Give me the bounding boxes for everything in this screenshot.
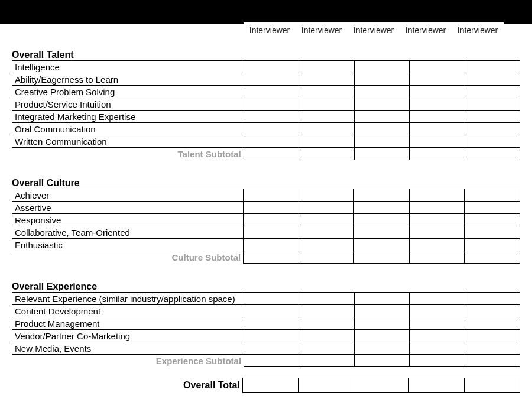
score-cell[interactable]: [354, 214, 410, 226]
total-cell: [409, 378, 465, 393]
score-cell[interactable]: [409, 226, 465, 239]
row-label: New Media, Events: [12, 342, 244, 355]
score-cell[interactable]: [354, 330, 409, 342]
subtotal-row: Talent Subtotal: [12, 148, 520, 160]
score-cell[interactable]: [465, 73, 520, 86]
score-cell[interactable]: [299, 202, 354, 214]
score-cell[interactable]: [299, 135, 354, 148]
score-cell[interactable]: [465, 123, 520, 135]
score-cell[interactable]: [465, 214, 520, 226]
score-cell[interactable]: [299, 86, 354, 98]
score-cell[interactable]: [354, 202, 410, 214]
score-cell[interactable]: [410, 98, 465, 111]
score-cell[interactable]: [465, 61, 520, 73]
score-cell[interactable]: [299, 123, 354, 135]
score-cell[interactable]: [354, 239, 410, 251]
score-cell[interactable]: [410, 342, 465, 355]
row-label: Enthusiastic: [12, 239, 244, 251]
score-cell[interactable]: [465, 202, 520, 214]
table-row: Integrated Marketing Expertise: [12, 111, 520, 123]
subtotal-cell: [410, 355, 465, 367]
score-cell[interactable]: [410, 330, 465, 342]
score-cell[interactable]: [410, 111, 465, 123]
score-cell[interactable]: [299, 342, 354, 355]
score-cell[interactable]: [244, 214, 299, 226]
score-cell[interactable]: [465, 239, 520, 251]
subtotal-cell: [354, 251, 410, 264]
score-cell[interactable]: [244, 123, 299, 135]
score-cell[interactable]: [410, 135, 465, 148]
score-cell[interactable]: [299, 214, 354, 226]
score-cell[interactable]: [409, 214, 465, 226]
score-cell[interactable]: [244, 111, 299, 123]
score-cell[interactable]: [465, 330, 520, 342]
score-cell[interactable]: [354, 123, 409, 135]
score-cell[interactable]: [244, 317, 299, 330]
score-cell[interactable]: [465, 111, 520, 123]
score-cell[interactable]: [354, 98, 409, 111]
score-cell[interactable]: [244, 73, 299, 86]
score-cell[interactable]: [465, 135, 520, 148]
score-cell[interactable]: [354, 305, 409, 317]
score-cell[interactable]: [354, 86, 409, 98]
score-cell[interactable]: [299, 239, 354, 251]
score-cell[interactable]: [354, 317, 409, 330]
score-cell[interactable]: [354, 342, 409, 355]
score-cell[interactable]: [299, 330, 354, 342]
score-cell[interactable]: [244, 61, 299, 73]
score-cell[interactable]: [410, 86, 465, 98]
score-cell[interactable]: [299, 305, 354, 317]
score-cell[interactable]: [299, 226, 354, 239]
score-cell[interactable]: [410, 293, 465, 305]
score-cell[interactable]: [354, 226, 410, 239]
score-cell[interactable]: [244, 226, 299, 239]
score-cell[interactable]: [244, 202, 299, 214]
score-cell[interactable]: [465, 342, 520, 355]
row-label: Vendor/Partner Co-Marketing: [12, 330, 244, 342]
column-headers: Interviewer Interviewer Interviewer Inte…: [0, 22, 532, 38]
score-cell[interactable]: [465, 226, 520, 239]
score-cell[interactable]: [354, 189, 410, 202]
score-cell[interactable]: [465, 189, 520, 202]
score-cell[interactable]: [299, 61, 354, 73]
score-cell[interactable]: [299, 73, 354, 86]
score-cell[interactable]: [299, 189, 354, 202]
score-cell[interactable]: [409, 202, 465, 214]
score-cell[interactable]: [465, 98, 520, 111]
score-cell[interactable]: [410, 73, 465, 86]
score-cell[interactable]: [244, 342, 299, 355]
col-header-1: Interviewer: [244, 22, 296, 38]
top-black-bar: [0, 0, 532, 24]
score-cell[interactable]: [409, 239, 465, 251]
score-cell[interactable]: [244, 135, 299, 148]
score-cell[interactable]: [354, 73, 409, 86]
col-header-4: Interviewer: [400, 22, 452, 38]
score-cell[interactable]: [299, 317, 354, 330]
score-cell[interactable]: [465, 86, 520, 98]
score-cell[interactable]: [299, 293, 354, 305]
total-cell: [242, 378, 298, 393]
score-cell[interactable]: [244, 293, 299, 305]
score-cell[interactable]: [465, 317, 520, 330]
subtotal-label: Culture Subtotal: [12, 251, 244, 264]
score-cell[interactable]: [244, 330, 299, 342]
score-cell[interactable]: [410, 61, 465, 73]
score-cell[interactable]: [410, 317, 465, 330]
score-cell[interactable]: [354, 135, 409, 148]
score-cell[interactable]: [410, 305, 465, 317]
score-cell[interactable]: [299, 98, 354, 111]
score-cell[interactable]: [244, 86, 299, 98]
table-row: Intelligence: [12, 61, 520, 73]
score-cell[interactable]: [244, 305, 299, 317]
score-cell[interactable]: [244, 189, 299, 202]
score-cell[interactable]: [354, 111, 409, 123]
score-cell[interactable]: [409, 189, 465, 202]
score-cell[interactable]: [465, 305, 520, 317]
score-cell[interactable]: [244, 98, 299, 111]
score-cell[interactable]: [299, 111, 354, 123]
score-cell[interactable]: [354, 61, 409, 73]
score-cell[interactable]: [354, 293, 409, 305]
score-cell[interactable]: [244, 239, 299, 251]
score-cell[interactable]: [410, 123, 465, 135]
score-cell[interactable]: [465, 293, 520, 305]
